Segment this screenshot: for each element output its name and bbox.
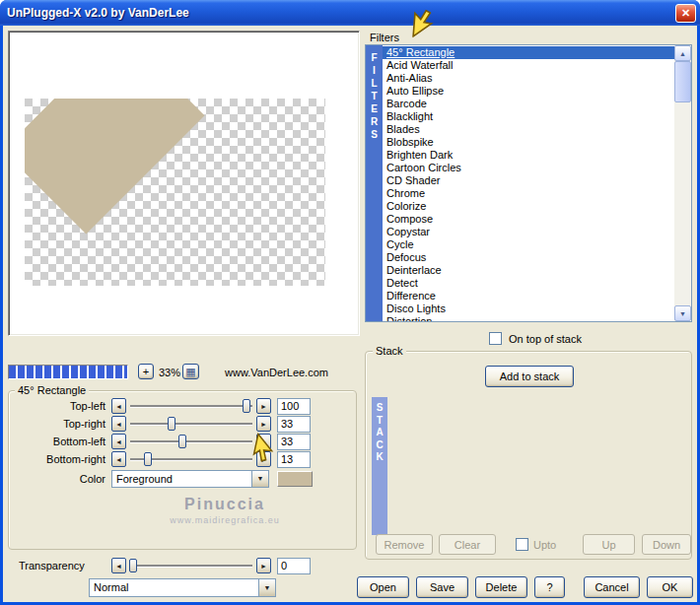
slider-decrement-button[interactable]: ◄ [111, 451, 126, 467]
slider-thumb[interactable] [178, 435, 186, 448]
title-bar[interactable]: UnPlugged-X v2.0 by VanDerLee ✕ [0, 0, 700, 26]
transparency-value-input[interactable]: 0 [277, 558, 311, 574]
keypad-button[interactable]: ▦ [182, 364, 199, 379]
slider-track[interactable] [128, 398, 254, 414]
on-top-checkbox[interactable] [489, 332, 502, 345]
filter-item[interactable]: Anti-Alias [383, 72, 674, 85]
watermark-url: www.maidiregrafica.eu [116, 515, 333, 525]
slider-row: Bottom-right ◄ ► 13 [11, 450, 354, 468]
filter-item[interactable]: Defocus [383, 251, 674, 264]
slider-track[interactable] [128, 434, 254, 449]
filter-item[interactable]: 45° Rectangle [383, 46, 674, 59]
color-row: Color Foreground ▼ [11, 470, 354, 488]
blend-mode-value: Normal [94, 581, 128, 593]
transparency-increment-button[interactable]: ► [256, 558, 271, 573]
watermark-name: Pinuccia [116, 496, 333, 513]
slider-decrement-button[interactable]: ◄ [111, 398, 126, 414]
arrow-up-icon: ▲ [679, 50, 686, 57]
blend-mode-combobox[interactable]: Normal ▼ [89, 578, 276, 597]
slider-value-input[interactable]: 33 [277, 434, 311, 450]
slider-track[interactable] [128, 451, 254, 467]
slider-value-input[interactable]: 100 [277, 398, 311, 415]
slider-value-input[interactable]: 33 [277, 416, 311, 433]
upto-checkbox[interactable] [516, 538, 528, 551]
transparency-thumb[interactable] [129, 559, 137, 572]
filters-label: Filters [370, 32, 399, 43]
dialog-client-area: + 33% ▦ www.VanDerLee.com 45° Rectangle … [3, 26, 697, 602]
chevron-down-icon: ▼ [257, 471, 264, 487]
transparency-track[interactable] [128, 558, 254, 573]
progress-fill [9, 366, 127, 378]
clear-button[interactable]: Clear [439, 534, 496, 555]
help-button[interactable]: ? [534, 576, 565, 598]
color-combobox[interactable]: Foreground ▼ [111, 470, 269, 488]
slider-value-input[interactable]: 13 [277, 451, 311, 468]
slider-increment-button[interactable]: ► [256, 451, 271, 467]
scroll-up-button[interactable]: ▲ [674, 45, 691, 61]
filters-listbox: FILTERS 45° Rectangle Acid Waterfall Ant… [365, 44, 692, 322]
filter-item[interactable]: Deinterlace [383, 264, 674, 277]
preview-panel [8, 31, 360, 336]
open-button[interactable]: Open [357, 576, 409, 598]
color-dropdown-button[interactable]: ▼ [251, 471, 268, 487]
zoom-level: 33% [159, 367, 180, 378]
blend-mode-dropdown-button[interactable]: ▼ [258, 579, 275, 596]
filter-item[interactable]: Colorize [383, 200, 674, 213]
ok-button[interactable]: OK [647, 576, 693, 598]
down-button[interactable]: Down [642, 534, 691, 555]
filter-item[interactable]: Blacklight [383, 110, 674, 123]
filter-item[interactable]: Detect [383, 277, 674, 290]
filter-item[interactable]: Cartoon Circles [383, 162, 674, 174]
slider-track[interactable] [128, 416, 254, 432]
slider-increment-button[interactable]: ► [256, 416, 271, 432]
vendor-link[interactable]: www.VanDerLee.com [225, 367, 328, 378]
delete-button[interactable]: Delete [475, 576, 527, 598]
add-to-stack-button[interactable]: Add to stack [485, 366, 574, 387]
close-button[interactable]: ✕ [675, 4, 696, 23]
slider-row: Bottom-left ◄ ► 33 [11, 433, 354, 450]
slider-groove [130, 440, 252, 442]
slider-thumb[interactable] [144, 452, 152, 466]
filter-item[interactable]: Brighten Dark [383, 149, 674, 162]
close-icon: ✕ [681, 7, 690, 20]
slider-label: Top-right [11, 418, 111, 430]
zoom-plus-button[interactable]: + [138, 364, 154, 379]
slider-thumb[interactable] [168, 417, 175, 431]
filter-item[interactable]: Chrome [383, 187, 674, 200]
filter-item[interactable]: Disco Lights [383, 302, 674, 315]
cancel-button[interactable]: Cancel [584, 576, 640, 598]
filter-item[interactable]: Barcode [383, 98, 674, 110]
slider-label: Top-left [11, 400, 111, 412]
filter-item[interactable]: Compose [383, 213, 674, 226]
filter-item[interactable]: CD Shader [383, 174, 674, 187]
color-combobox-value: Foreground [116, 473, 173, 485]
transparency-decrement-button[interactable]: ◄ [111, 558, 126, 573]
filter-item[interactable]: Copystar [383, 226, 674, 238]
transparency-row: Transparency ◄ ► 0 [11, 557, 354, 574]
filter-item[interactable]: Auto Ellipse [383, 85, 674, 98]
filter-item[interactable]: Acid Waterfall [383, 59, 674, 72]
slider-thumb[interactable] [243, 399, 250, 413]
filters-scrollbar[interactable]: ▲ ▼ [674, 45, 691, 321]
up-button[interactable]: Up [583, 534, 635, 555]
arrow-down-icon: ▼ [679, 310, 686, 317]
filters-list: 45° Rectangle Acid Waterfall Anti-Alias … [383, 45, 674, 321]
slider-decrement-button[interactable]: ◄ [111, 416, 126, 432]
preview-image [25, 99, 325, 286]
save-button[interactable]: Save [416, 576, 468, 598]
scroll-down-button[interactable]: ▼ [674, 305, 691, 321]
slider-decrement-button[interactable]: ◄ [111, 434, 126, 449]
slider-row: Top-left ◄ ► 100 [11, 397, 354, 415]
stack-list[interactable] [387, 397, 687, 535]
scrollbar-track[interactable] [674, 61, 691, 305]
slider-increment-button[interactable]: ► [256, 434, 271, 449]
filter-item[interactable]: Blobspike [383, 136, 674, 149]
color-swatch[interactable] [277, 471, 313, 487]
scrollbar-thumb[interactable] [674, 61, 691, 102]
remove-button[interactable]: Remove [376, 534, 433, 555]
filter-item[interactable]: Distortion [383, 315, 674, 321]
filter-item[interactable]: Cycle [383, 238, 674, 251]
filter-item[interactable]: Difference [383, 290, 674, 302]
slider-increment-button[interactable]: ► [256, 398, 271, 414]
filter-item[interactable]: Blades [383, 123, 674, 136]
